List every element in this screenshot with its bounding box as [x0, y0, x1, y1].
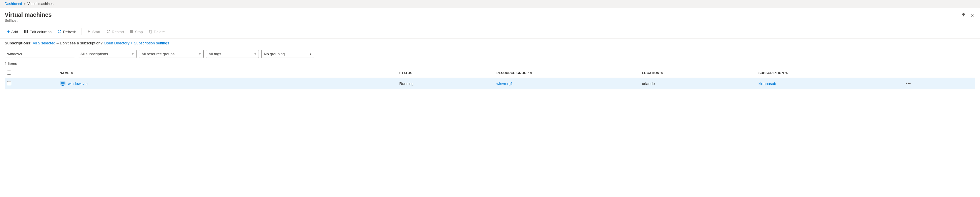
subscription-sort-icon[interactable]: ⇅	[785, 71, 788, 75]
toolbar: + Add Edit columns Refresh Start	[0, 25, 980, 38]
delete-label: Delete	[154, 30, 165, 34]
svg-rect-8	[61, 86, 64, 86]
stop-label: Stop	[135, 30, 143, 34]
table-header: NAME ⇅ STATUS RESOURCE GROUP ⇅	[5, 68, 975, 78]
vm-name-link[interactable]: windowsvm	[68, 81, 88, 86]
select-all-checkbox[interactable]	[7, 71, 11, 75]
svg-rect-2	[27, 30, 28, 33]
table-container: NAME ⇅ STATUS RESOURCE GROUP ⇅	[0, 68, 980, 89]
subscriptions-bar: Subscriptions: All 5 selected – Don't se…	[0, 38, 980, 48]
subscriptions-middle-text: – Don't see a subscription?	[56, 41, 102, 45]
column-resource-group-label: RESOURCE GROUP	[496, 71, 529, 75]
breadcrumb-parent-link[interactable]: Dashboard	[5, 2, 22, 6]
breadcrumb-separator: >	[24, 2, 25, 6]
open-directory-link[interactable]: Open Directory + Subscription settings	[104, 41, 169, 45]
stop-button[interactable]: Stop	[128, 28, 145, 36]
delete-button[interactable]: Delete	[146, 28, 167, 36]
page-subtitle: Selfhost	[5, 19, 52, 23]
toolbar-divider	[81, 28, 82, 35]
column-name: NAME ⇅	[57, 68, 397, 78]
resource-group-link[interactable]: winvmrg1	[496, 81, 513, 86]
stop-icon	[130, 29, 134, 34]
svg-rect-0	[24, 30, 25, 33]
page-title-block: Virtual machines Selfhost	[5, 11, 52, 23]
row-name-cell: windowsvm	[57, 78, 397, 89]
row-subscription-cell: kirtanasub	[756, 78, 902, 89]
row-resource-group-cell: winvmrg1	[494, 78, 640, 89]
subscriptions-selected-link[interactable]: All 5 selected	[33, 41, 55, 45]
start-label: Start	[92, 30, 100, 34]
page-title: Virtual machines	[5, 11, 52, 18]
start-button[interactable]: Start	[85, 28, 102, 36]
column-subscription-label: SUBSCRIPTION	[759, 71, 784, 75]
tags-dropdown[interactable]: All tags	[206, 50, 259, 58]
row-location-cell: orlando	[640, 78, 756, 89]
edit-columns-label: Edit columns	[29, 30, 51, 34]
restart-button[interactable]: Restart	[104, 28, 127, 36]
table-row: windowsvm Running winvmrg1 orlando kirta…	[5, 78, 975, 89]
tags-filter-wrapper: All tags	[206, 50, 259, 58]
subscriptions-filter-wrapper: All subscriptions	[78, 50, 137, 58]
svg-rect-4	[130, 30, 133, 33]
grouping-filter-wrapper: No grouping	[261, 50, 314, 58]
svg-rect-9	[61, 82, 64, 84]
vm-location: orlando	[642, 81, 655, 86]
svg-marker-3	[88, 30, 90, 33]
close-button[interactable]: ✕	[969, 12, 975, 19]
location-sort-icon[interactable]: ⇅	[660, 71, 663, 75]
row-checkbox[interactable]	[7, 81, 11, 85]
filter-row: All subscriptions All resource groups Al…	[0, 48, 980, 60]
column-actions-header	[902, 68, 975, 78]
row-checkbox-cell	[5, 78, 57, 89]
column-resource-group: RESOURCE GROUP ⇅	[494, 68, 640, 78]
resource-groups-dropdown[interactable]: All resource groups	[139, 50, 204, 58]
vm-icon	[60, 81, 65, 86]
close-icon: ✕	[970, 13, 974, 18]
refresh-icon	[57, 29, 62, 34]
page-header: Virtual machines Selfhost ✕	[0, 8, 980, 25]
column-subscription: SUBSCRIPTION ⇅	[756, 68, 902, 78]
grouping-dropdown[interactable]: No grouping	[261, 50, 314, 58]
table-body: windowsvm Running winvmrg1 orlando kirta…	[5, 78, 975, 89]
column-location: LOCATION ⇅	[640, 68, 756, 78]
refresh-label: Refresh	[63, 30, 76, 34]
resource-groups-filter-wrapper: All resource groups	[139, 50, 204, 58]
subscription-link[interactable]: kirtanasub	[759, 81, 776, 86]
pin-icon	[961, 13, 966, 19]
edit-columns-button[interactable]: Edit columns	[21, 28, 54, 36]
column-name-label: NAME	[60, 71, 70, 75]
add-label: Add	[11, 30, 18, 34]
row-more-button[interactable]: •••	[904, 80, 913, 87]
vm-table: NAME ⇅ STATUS RESOURCE GROUP ⇅	[5, 68, 975, 89]
column-status-label: STATUS	[399, 71, 412, 75]
row-actions-cell: •••	[902, 78, 975, 89]
column-location-label: LOCATION	[642, 71, 659, 75]
row-status-cell: Running	[397, 78, 494, 89]
header-actions: ✕	[960, 11, 975, 20]
start-icon	[87, 29, 91, 34]
restart-label: Restart	[112, 30, 124, 34]
breadcrumb: Dashboard > Virtual machines	[0, 0, 980, 8]
header-checkbox-cell	[5, 68, 57, 78]
items-count: 1 items	[0, 60, 980, 68]
pin-button[interactable]	[960, 11, 967, 20]
delete-icon	[149, 29, 153, 34]
subscriptions-label: Subscriptions:	[5, 41, 32, 45]
column-status: STATUS	[397, 68, 494, 78]
edit-columns-icon	[24, 29, 28, 34]
subscriptions-dropdown[interactable]: All subscriptions	[78, 50, 137, 58]
vm-status: Running	[399, 81, 414, 86]
restart-icon	[106, 29, 110, 34]
add-icon: +	[7, 29, 10, 34]
search-input[interactable]	[5, 50, 75, 58]
refresh-button[interactable]: Refresh	[55, 28, 79, 36]
svg-rect-1	[25, 30, 27, 33]
name-sort-icon[interactable]: ⇅	[71, 71, 73, 75]
add-button[interactable]: + Add	[5, 28, 20, 36]
resource-group-sort-icon[interactable]: ⇅	[530, 71, 532, 75]
breadcrumb-current: Virtual machines	[27, 2, 54, 6]
